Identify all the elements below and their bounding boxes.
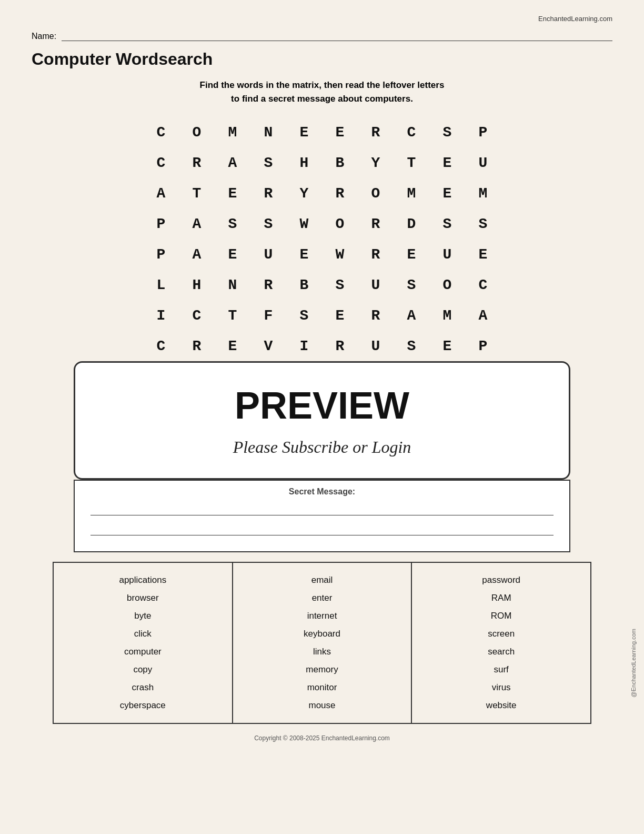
word-item: applications	[59, 571, 227, 589]
name-field[interactable]	[62, 32, 612, 41]
grid-cell: S	[394, 331, 429, 361]
preview-box: PREVIEW Please Subscribe or Login	[74, 361, 570, 480]
grid-cell: C	[465, 270, 501, 300]
grid-cell: M	[215, 117, 250, 147]
name-label: Name:	[32, 32, 56, 41]
site-name: EnchantedLearning.com	[538, 15, 612, 23]
grid-cell: S	[429, 208, 465, 239]
grid-cell: S	[394, 270, 429, 300]
grid-cell: U	[358, 270, 394, 300]
grid-cell: Y	[358, 147, 394, 178]
grid-cell: A	[143, 178, 179, 208]
word-list-col-2: emailenterinternetkeyboardlinksmemorymon…	[233, 563, 412, 723]
grid-cell: Y	[286, 178, 322, 208]
secret-line-1	[90, 501, 554, 515]
grid-cell: P	[465, 331, 501, 361]
grid-cell: T	[215, 300, 250, 331]
word-item: byte	[59, 607, 227, 625]
grid-row: LHNRBSUSOC	[143, 270, 501, 300]
grid-cell: P	[143, 239, 179, 270]
grid-cell: E	[429, 178, 465, 208]
grid-cell: R	[250, 178, 286, 208]
grid-cell: O	[179, 117, 215, 147]
grid-cell: R	[250, 270, 286, 300]
grid-cell: A	[179, 208, 215, 239]
grid-cell: S	[286, 300, 322, 331]
grid-cell: C	[179, 300, 215, 331]
word-item: surf	[417, 661, 585, 679]
grid-cell: R	[179, 331, 215, 361]
grid-cell: R	[358, 117, 394, 147]
page-title: Computer Wordsearch	[32, 49, 612, 69]
grid-cell: W	[286, 208, 322, 239]
grid-row: ATERYROMEM	[143, 178, 501, 208]
copyright: Copyright © 2008-2025 EnchantedLearning.…	[32, 734, 612, 742]
grid-cell: O	[358, 178, 394, 208]
word-item: cyberspace	[59, 697, 227, 714]
grid-cell: P	[465, 117, 501, 147]
grid-cell: S	[215, 208, 250, 239]
instructions: Find the words in the matrix, then read …	[32, 78, 612, 105]
grid-cell: A	[465, 300, 501, 331]
word-item: ROM	[417, 607, 585, 625]
word-item: screen	[417, 625, 585, 643]
word-item: RAM	[417, 589, 585, 607]
grid-cell: D	[394, 208, 429, 239]
grid-cell: E	[465, 239, 501, 270]
word-item: internet	[238, 607, 406, 625]
grid-cell: O	[429, 270, 465, 300]
word-item: enter	[238, 589, 406, 607]
grid-cell: U	[250, 239, 286, 270]
word-item: password	[417, 571, 585, 589]
word-item: mouse	[238, 697, 406, 714]
word-item: monitor	[238, 679, 406, 697]
secret-message-section: Secret Message:	[74, 480, 570, 552]
grid-cell: T	[394, 147, 429, 178]
grid-cell: E	[215, 178, 250, 208]
grid-cell: M	[394, 178, 429, 208]
word-list-col-3: passwordRAMROMscreensearchsurfviruswebsi…	[412, 563, 590, 723]
word-item: virus	[417, 679, 585, 697]
word-item: computer	[59, 643, 227, 661]
grid-row: PASSWORDSS	[143, 208, 501, 239]
grid-cell: E	[286, 239, 322, 270]
grid-cell: I	[143, 300, 179, 331]
grid-cell: W	[322, 239, 358, 270]
grid-cell: P	[143, 208, 179, 239]
side-watermark: @EnchantedLearning.com	[630, 629, 637, 697]
grid-cell: E	[429, 147, 465, 178]
grid-cell: A	[215, 147, 250, 178]
grid-cell: S	[250, 208, 286, 239]
grid-cell: M	[429, 300, 465, 331]
grid-cell: C	[143, 147, 179, 178]
grid-cell: I	[286, 331, 322, 361]
grid-cell: E	[394, 239, 429, 270]
word-item: keyboard	[238, 625, 406, 643]
word-item: browser	[59, 589, 227, 607]
grid-row: CRASHBYTEU	[143, 147, 501, 178]
preview-subtitle: Please Subscribe or Login	[86, 438, 558, 457]
grid-cell: F	[250, 300, 286, 331]
grid-cell: U	[465, 147, 501, 178]
grid-cell: S	[429, 117, 465, 147]
grid-cell: N	[250, 117, 286, 147]
grid-cell: R	[358, 300, 394, 331]
word-item: crash	[59, 679, 227, 697]
secret-message-label: Secret Message:	[85, 487, 559, 497]
grid-cell: H	[286, 147, 322, 178]
grid-row: ICTFSERAMA	[143, 300, 501, 331]
grid-cell: R	[358, 208, 394, 239]
grid-cell: R	[179, 147, 215, 178]
grid-cell: T	[179, 178, 215, 208]
grid-cell: R	[322, 178, 358, 208]
grid-cell: M	[465, 178, 501, 208]
grid-cell: B	[286, 270, 322, 300]
grid-cell: L	[143, 270, 179, 300]
grid-cell: E	[286, 117, 322, 147]
grid-row: COMNEERCSP	[143, 117, 501, 147]
word-item: email	[238, 571, 406, 589]
grid-cell: E	[322, 300, 358, 331]
grid-cell: S	[465, 208, 501, 239]
word-lists: applicationsbrowserbyteclickcomputercopy…	[53, 562, 591, 724]
grid-cell: C	[394, 117, 429, 147]
